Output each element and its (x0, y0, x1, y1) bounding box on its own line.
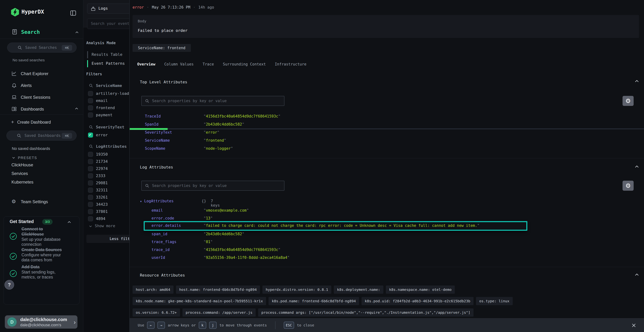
tab-surrounding-context[interactable]: Surrounding Context (223, 62, 266, 66)
tab-overview[interactable]: Overview (137, 62, 155, 66)
presets-toggle[interactable]: PRESETS (0, 155, 83, 161)
sidebar-item-client-sessions[interactable]: Client Sessions (0, 92, 83, 103)
get-started-item[interactable]: Connect toClickHouseSet up your database… (22, 226, 73, 247)
filter-option-label: 32311 (96, 188, 108, 192)
attribute-value[interactable]: "2b43d0c4dd6bc582" (204, 232, 244, 236)
attribute-value[interactable]: "failed to charge card: could not charge… (204, 224, 480, 228)
attribute-value[interactable]: "4156d3fbc40a64854d9dc7f68641593c" (204, 248, 280, 252)
resource-attribute-pill[interactable]: host.arch: amd64 (132, 286, 174, 294)
sidebar-collapse-icon[interactable] (70, 10, 76, 16)
attribute-key[interactable]: error.details (152, 224, 181, 228)
get-started-item[interactable]: Create Data SourcesConfigure where yourd… (22, 247, 73, 262)
attribute-key[interactable]: ScopeName (145, 146, 165, 150)
sidebar-item-alerts[interactable]: Alerts (0, 80, 83, 91)
attribute-key[interactable]: trace_id (152, 248, 170, 252)
checkbox[interactable] (88, 180, 93, 186)
search-icon (89, 125, 94, 130)
saved-dashboards-input[interactable]: Saved Dashboards ⌘K (6, 130, 76, 140)
attribute-key[interactable]: userId (152, 256, 165, 260)
section-title-top-level: Top Level Attributes (140, 80, 187, 84)
resource-attribute-pill[interactable]: host.name: frontend-6b6c8d7bfd-ng894 (176, 286, 260, 294)
checkbox[interactable] (88, 188, 93, 193)
saved-searches-input[interactable]: Saved Searches ⌘K (7, 42, 76, 52)
preset-item-kubernetes[interactable]: Kubernetes (12, 180, 34, 184)
get-started-item[interactable]: Add DataStart sending logs,metrics, or t… (22, 264, 73, 280)
preset-item-clickhouse[interactable]: ClickHouse (12, 162, 33, 168)
resource-attribute-pill[interactable]: os.version: 6.6.72+ (132, 308, 180, 316)
mode-label: Event Patterns (92, 61, 125, 66)
attribute-value[interactable]: "01" (204, 240, 213, 244)
gear-icon[interactable]: ⚙ (622, 96, 634, 106)
sidebar-item-chart-explorer[interactable]: Chart Explorer (0, 68, 83, 80)
checkbox[interactable] (88, 202, 93, 207)
resource-attribute-pill[interactable]: k8s.node.name: gke-pme-k8s-standard-main… (132, 297, 266, 305)
tab-infrastructure[interactable]: Infrastructure (275, 62, 306, 66)
attribute-value[interactable]: "frontend" (204, 138, 226, 142)
resource-attribute-pill[interactable]: process.command: /app/server.js (182, 308, 256, 316)
sidebar-item-search[interactable]: Search (0, 27, 83, 37)
attribute-row: SeverityText"error" (145, 130, 538, 138)
sidebar-item-team-settings[interactable]: ⚙ Team Settings (0, 196, 83, 208)
attribute-value[interactable]: "node-logger" (204, 146, 233, 150)
attribute-value[interactable]: "error" (204, 130, 220, 134)
attribute-value[interactable]: "2b43d0c4dd6bc582" (204, 122, 244, 126)
attribute-key[interactable]: email (152, 208, 163, 212)
close-icon[interactable] (631, 322, 637, 328)
chevron-up-icon[interactable] (634, 272, 640, 278)
service-tag[interactable]: ServiceName: frontend (132, 44, 191, 52)
get-started-item-desc: Set up your database (22, 237, 73, 242)
checkbox[interactable] (88, 132, 93, 138)
checkbox[interactable] (88, 112, 93, 118)
attribute-value[interactable]: "vmoses@example.com" (204, 208, 249, 212)
resource-attribute-pill[interactable]: k8s.pod.name: frontend-6b6c8d7bfd-ng894 (268, 297, 359, 305)
chevron-up-icon[interactable] (66, 220, 72, 225)
attribute-key[interactable]: TraceId (145, 114, 161, 118)
search-icon (145, 184, 150, 188)
attribute-key[interactable]: SpanId (145, 122, 158, 126)
attribute-key[interactable]: SeverityText (145, 130, 172, 134)
chevron-down-icon (12, 156, 16, 161)
checkbox[interactable] (88, 98, 93, 103)
tab-trace[interactable]: Trace (203, 62, 214, 66)
attribute-key[interactable]: error.code (152, 216, 174, 220)
top-level-search-input[interactable]: Search properties by key or value (141, 96, 284, 106)
checkbox[interactable] (88, 166, 93, 171)
checkbox[interactable] (88, 209, 93, 214)
checkbox[interactable] (88, 195, 93, 200)
resource-attribute-pill[interactable]: k8s.namespace.name: otel-demo (386, 286, 455, 294)
checkbox[interactable] (88, 173, 93, 178)
chevron-up-icon[interactable] (634, 164, 640, 170)
resource-attribute-pill[interactable]: os.type: linux (476, 297, 513, 305)
resource-attribute-pill[interactable]: process.command args: ["/usr/local/bin/n… (258, 308, 474, 316)
resource-attribute-pill[interactable]: hyperdx.distro.version: 0.8.1 (262, 286, 331, 294)
attribute-key[interactable]: ServiceName (145, 138, 170, 142)
resource-attribute-pill[interactable]: k8s.pod.uid: f284fb2d-a0b3-4634-991b-e2c… (362, 297, 474, 305)
attribute-value[interactable]: "13" (204, 216, 213, 220)
attribute-key[interactable]: trace_flags (152, 240, 176, 244)
chevron-up-icon[interactable] (74, 30, 80, 36)
avatar: D (7, 317, 17, 327)
tab-column-values[interactable]: Column Values (164, 62, 194, 66)
sidebar-item-dashboards[interactable]: Dashboards (0, 104, 83, 115)
user-menu[interactable]: D dale@clickhouse.com dale@clickhouse.co… (5, 315, 78, 328)
log-attributes-search-input[interactable]: Search properties by key or value (141, 181, 284, 191)
checkbox[interactable] (88, 91, 93, 96)
attribute-value[interactable]: "92a55156-39a4-11f0-8ddd-a2eca416a8a4" (204, 256, 290, 260)
attribute-key[interactable]: span_id (152, 232, 168, 236)
chevron-up-icon[interactable] (634, 78, 640, 84)
hyperdx-logo-icon (11, 8, 19, 17)
gear-icon[interactable]: ⚙ (622, 181, 634, 191)
resource-attribute-pill[interactable]: k8s.deployment.name: (334, 286, 383, 294)
create-dashboard-button[interactable]: + Create Dashboard (0, 119, 83, 127)
filter-option-label: 22974 (96, 166, 108, 171)
checkbox[interactable] (88, 216, 93, 221)
attribute-row: TraceId"4156d3fbc40a64854d9dc7f68641593c… (145, 114, 538, 122)
checkbox[interactable] (88, 159, 93, 164)
caret-down-icon: ▾ (140, 199, 142, 203)
preset-item-services[interactable]: Services (12, 171, 28, 176)
help-button[interactable]: ? (4, 280, 14, 290)
checkbox[interactable] (88, 105, 93, 110)
arrow-left-key: ← (147, 322, 154, 329)
attribute-value[interactable]: "4156d3fbc40a64854d9dc7f68641593c" (204, 114, 280, 118)
checkbox[interactable] (88, 152, 93, 157)
